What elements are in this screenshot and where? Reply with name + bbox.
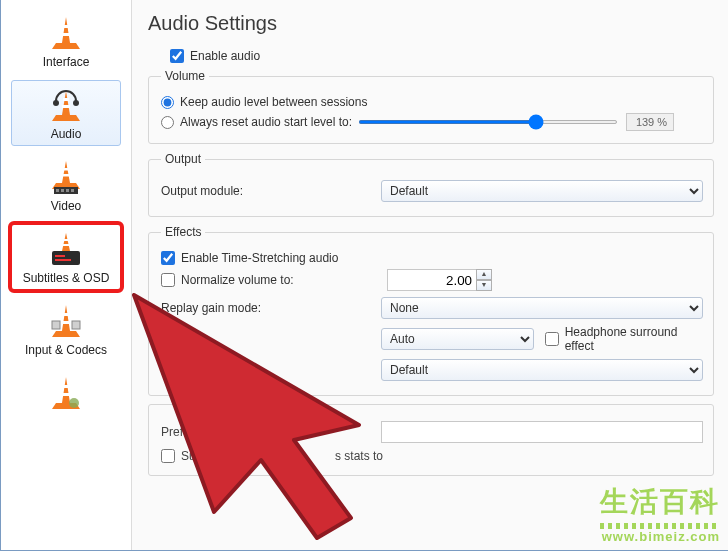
svg-rect-17 [55,259,71,261]
volume-percent: 139 % [626,113,674,131]
svg-point-5 [73,100,79,106]
watermark-url: www.bimeiz.com [600,529,720,544]
watermark: 生活百科 www.bimeiz.com [600,483,720,544]
sidebar-item-interface[interactable]: Interface [11,8,121,74]
sidebar-item-label: Video [51,199,81,213]
sidebar-item-label: Interface [43,55,90,69]
keep-level-radio[interactable] [161,96,174,109]
output-group: Output Output module: Default [148,152,714,217]
reset-level-label: Always reset audio start level to: [180,115,352,129]
normalize-checkbox[interactable] [161,273,175,287]
submit-stats-checkbox[interactable] [161,449,175,463]
keep-level-label: Keep audio level between sessions [180,95,367,109]
svg-rect-9 [56,189,59,192]
output-module-select[interactable]: Default [381,180,703,202]
sidebar-item-input-codecs[interactable]: Input & Codecs [11,296,121,362]
svg-rect-11 [66,189,69,192]
vlc-cone-film-icon [50,159,82,195]
svg-rect-3 [62,105,70,108]
volume-slider[interactable] [358,120,618,124]
svg-rect-1 [62,33,70,36]
stats-label: s stats to [335,449,383,463]
svg-rect-7 [62,174,70,177]
replay-gain-select[interactable]: None [381,297,703,319]
sidebar-item-audio[interactable]: Audio [11,80,121,146]
watermark-text: 生活百科 [600,483,720,521]
svg-point-24 [69,398,79,408]
effects-legend: Effects [161,225,205,239]
svg-rect-23 [62,393,70,396]
sidebar-item-label: Audio [51,127,82,141]
svg-rect-22 [63,385,69,388]
preferences-window: Interface Audio Video Subtitles & OSD In… [0,0,728,551]
effects-third-select[interactable]: Default [381,359,703,381]
volume-legend: Volume [161,69,209,83]
prefer-label: Prefer [161,425,381,439]
settings-main-panel: Audio Settings Enable audio Volume Keep … [132,0,728,550]
svg-rect-20 [52,321,60,329]
svg-rect-13 [63,239,69,241]
time-stretch-checkbox[interactable] [161,251,175,265]
normalize-value[interactable] [387,269,477,291]
svg-rect-6 [63,168,69,171]
submit-label: Submi [181,449,215,463]
bottom-group: Prefer Submi s stats to [148,404,714,476]
svg-rect-18 [63,313,69,316]
vlc-cone-icon [50,15,82,51]
svg-rect-21 [72,321,80,329]
vlc-cone-headphones-icon [50,87,82,123]
svg-rect-14 [62,244,70,246]
output-module-label: Output module: [161,184,381,198]
normalize-spinner[interactable]: ▲▼ [476,269,492,291]
settings-sidebar: Interface Audio Video Subtitles & OSD In… [1,0,132,550]
vlc-cone-subtitle-icon [50,231,82,267]
prefer-input[interactable] [381,421,703,443]
svg-rect-16 [55,255,65,257]
sidebar-item-video[interactable]: Video [11,152,121,218]
svg-rect-19 [62,321,70,324]
headphone-checkbox[interactable] [545,332,558,346]
svg-rect-12 [71,189,74,192]
sidebar-item-label: Subtitles & OSD [23,271,110,285]
output-legend: Output [161,152,205,166]
vlc-cone-icon [50,375,82,411]
enable-audio-row: Enable audio [148,49,714,63]
svg-point-4 [53,100,59,106]
effects-secondary-select[interactable]: Auto [381,328,534,350]
reset-level-radio[interactable] [161,116,174,129]
sidebar-item-extra[interactable] [11,368,121,420]
headphone-label: Headphone surround effect [565,325,703,353]
vlc-cone-codec-icon [50,303,82,339]
page-title: Audio Settings [148,12,714,35]
enable-audio-label: Enable audio [190,49,260,63]
enable-audio-checkbox[interactable] [170,49,184,63]
effects-group: Effects Enable Time-Stretching audio Nor… [148,225,714,396]
volume-group: Volume Keep audio level between sessions… [148,69,714,144]
replay-gain-label: Replay gain mode: [161,301,381,315]
sidebar-item-label: Input & Codecs [25,343,107,357]
sidebar-item-subtitles-osd[interactable]: Subtitles & OSD [11,224,121,290]
svg-rect-0 [63,25,69,28]
time-stretch-label: Enable Time-Stretching audio [181,251,338,265]
svg-rect-2 [63,98,69,101]
svg-rect-10 [61,189,64,192]
svg-rect-15 [52,251,80,265]
normalize-label: Normalize volume to: [181,273,387,287]
